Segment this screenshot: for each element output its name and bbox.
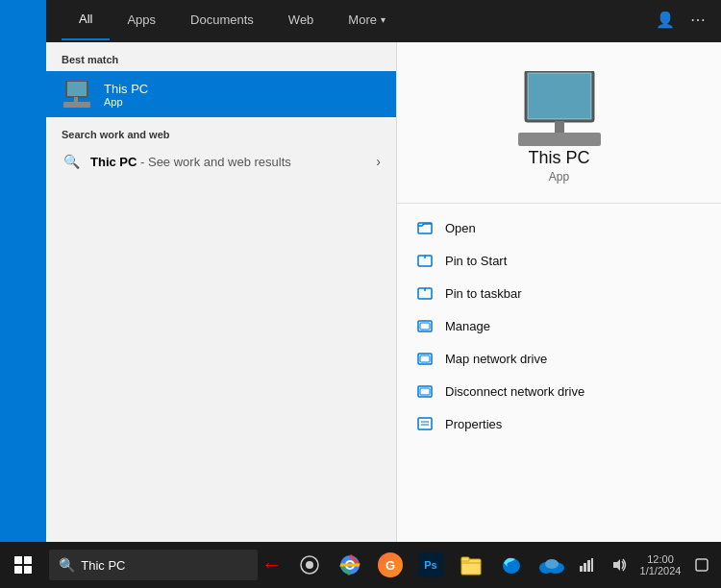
svg-point-23 (306, 561, 313, 569)
main-content: Best match This PC App (46, 42, 721, 542)
context-open[interactable]: Open (397, 211, 721, 244)
svg-rect-1 (67, 82, 87, 96)
context-disconnect-network[interactable]: Disconnect network drive (397, 375, 721, 407)
best-match-label: Best match (46, 54, 396, 71)
tab-apps[interactable]: Apps (110, 0, 173, 40)
taskbar-search-text: Thic PC (81, 558, 125, 573)
tray-date-text: 1/1/2024 (640, 565, 682, 576)
edge-icon[interactable] (492, 542, 531, 588)
best-match-info: This PC App (104, 82, 148, 108)
context-menu: Open Pin to Start (397, 204, 721, 448)
chevron-down-icon: ▾ (381, 14, 385, 25)
svg-rect-7 (518, 133, 601, 146)
tab-documents[interactable]: Documents (173, 0, 271, 40)
svg-marker-37 (613, 559, 620, 571)
svg-rect-33 (580, 566, 583, 572)
app-header: This PC App (397, 42, 721, 204)
svg-rect-38 (696, 559, 708, 571)
tab-all[interactable]: All (62, 0, 110, 40)
taskbar-search-bar[interactable]: 🔍 Thic PC (49, 550, 258, 580)
pin-taskbar-label: Pin to taskbar (445, 286, 522, 301)
context-map-network[interactable]: Map network drive (397, 342, 721, 375)
properties-icon (416, 415, 434, 432)
manage-label: Manage (445, 319, 490, 333)
nav-right-icons: 👤 ⋯ (652, 0, 721, 40)
tab-web[interactable]: Web (271, 0, 332, 40)
search-web-label: Search work and web (46, 129, 396, 146)
left-panel: Best match This PC App (46, 42, 397, 542)
search-query: Thic PC (90, 155, 137, 169)
taskbar-search-icon: 🔍 (59, 557, 75, 573)
start-button[interactable] (0, 542, 45, 588)
this-pc-icon-large (516, 71, 603, 148)
svg-rect-14 (420, 323, 430, 330)
chevron-right-icon: › (376, 154, 381, 169)
disconnect-network-label: Disconnect network drive (445, 384, 584, 399)
context-manage[interactable]: Manage (397, 309, 721, 342)
tray-time[interactable]: 12:00 1/1/2024 (636, 542, 684, 588)
result-name: This PC (104, 82, 148, 96)
svg-rect-6 (555, 121, 564, 133)
svg-rect-5 (529, 74, 590, 118)
taskview-icon[interactable] (290, 542, 329, 588)
svg-rect-16 (420, 355, 430, 362)
svg-rect-35 (587, 560, 590, 572)
best-match-item[interactable]: This PC App (46, 71, 396, 117)
red-arrow-annotation: ← (261, 552, 283, 577)
svg-rect-19 (418, 418, 432, 429)
result-type: App (104, 96, 148, 108)
start-menu-stripe (0, 0, 46, 542)
open-label: Open (445, 221, 476, 235)
file-explorer-icon[interactable] (452, 542, 490, 588)
map-network-icon (416, 350, 434, 367)
search-web-text: Thic PC - See work and web results (90, 155, 291, 169)
pin-start-icon (416, 252, 434, 269)
svg-rect-36 (591, 558, 593, 572)
onedrive-icon[interactable] (533, 542, 571, 588)
this-pc-icon-small (62, 79, 92, 110)
open-icon (416, 219, 434, 236)
map-network-label: Map network drive (445, 352, 547, 366)
pin-taskbar-icon (416, 284, 434, 302)
more-label: More (348, 12, 377, 27)
right-panel: This PC App Open (397, 42, 721, 542)
manage-icon (416, 317, 434, 334)
app-title: This PC (528, 148, 589, 168)
context-pin-taskbar[interactable]: Pin to taskbar (397, 277, 721, 309)
tray-time-text: 12:00 (647, 553, 674, 565)
disconnect-network-icon (416, 382, 434, 400)
tray-volume-icon[interactable] (604, 542, 634, 588)
user-icon[interactable]: 👤 (652, 7, 679, 33)
taskbar: 🔍 Thic PC ← G (0, 542, 721, 588)
svg-rect-34 (584, 563, 586, 572)
photoshop-icon[interactable]: Ps (411, 542, 450, 588)
ellipsis-icon[interactable]: ⋯ (686, 7, 709, 33)
nav-bar: All Apps Documents Web More ▾ 👤 ⋯ (46, 0, 721, 42)
pin-start-label: Pin to Start (445, 254, 507, 268)
tray-network-icon[interactable] (571, 542, 602, 588)
search-suffix: - See work and web results (137, 155, 290, 169)
start-menu: All Apps Documents Web More ▾ 👤 ⋯ Best m… (0, 0, 721, 542)
taskbar-app-icons: G Ps (290, 542, 571, 588)
svg-rect-28 (461, 557, 469, 561)
chrome-icon[interactable] (331, 542, 369, 588)
app-subtitle: App (549, 170, 569, 184)
search-icon: 🔍 (62, 154, 81, 169)
svg-rect-3 (63, 102, 90, 108)
tray-notification-icon[interactable] (686, 542, 717, 588)
context-pin-start[interactable]: Pin to Start (397, 244, 721, 277)
tab-more[interactable]: More ▾ (331, 0, 403, 40)
context-properties[interactable]: Properties (397, 407, 721, 440)
properties-label: Properties (445, 417, 502, 431)
system-tray: 12:00 1/1/2024 (571, 542, 721, 588)
svg-rect-2 (74, 97, 78, 102)
svg-rect-18 (420, 388, 430, 395)
search-web-item[interactable]: 🔍 Thic PC - See work and web results › (46, 146, 396, 177)
svg-point-32 (545, 559, 559, 569)
app-icon-1[interactable]: G (371, 542, 410, 588)
windows-logo-icon (14, 556, 32, 574)
